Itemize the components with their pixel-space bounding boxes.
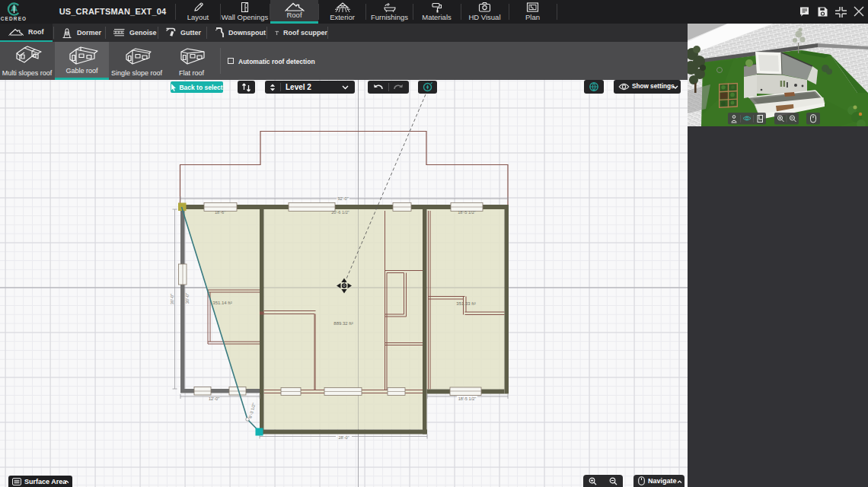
svg-text:12'-0": 12'-0": [209, 396, 219, 401]
svg-text:30'-0": 30'-0": [185, 293, 190, 304]
svg-text:18'-6": 18'-6": [215, 210, 225, 215]
svg-text:20'-6 1/2": 20'-6 1/2": [331, 210, 349, 215]
svg-text:18'-5 1/2": 18'-5 1/2": [458, 396, 477, 401]
svg-text:351.14 ft²: 351.14 ft²: [212, 301, 231, 305]
svg-text:351.33 ft²: 351.33 ft²: [456, 301, 475, 306]
svg-text:889.32 ft²: 889.32 ft²: [333, 321, 353, 326]
svg-text:6'-3 1/2": 6'-3 1/2": [248, 403, 257, 419]
svg-text:30'-0": 30'-0": [170, 294, 174, 304]
svg-text:CEDREO: CEDREO: [1, 16, 27, 21]
svg-text:18'-5 1/2": 18'-5 1/2": [458, 210, 476, 215]
svg-text:92'-0": 92'-0": [337, 196, 348, 201]
svg-text:28'-0": 28'-0": [338, 435, 349, 440]
